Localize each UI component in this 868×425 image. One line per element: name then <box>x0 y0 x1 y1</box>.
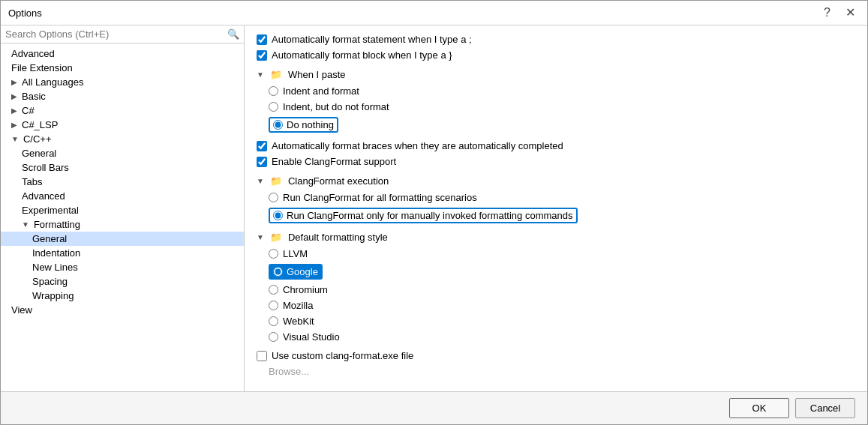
browse-label: Browse... <box>269 366 309 377</box>
google-radio[interactable] <box>273 267 283 277</box>
expand-icon: ▶ <box>11 121 17 129</box>
tree-item-basic[interactable]: ▶ Basic <box>1 89 244 103</box>
auto-format-brace-checkbox[interactable] <box>257 50 267 61</box>
tree-item-file-extension[interactable]: File Extension <box>1 61 244 75</box>
tree-item-newlines[interactable]: New Lines <box>1 260 244 274</box>
title-bar-controls: ? ✕ <box>819 5 860 20</box>
tree: Advanced File Extension ▶ All Languages … <box>1 43 244 391</box>
auto-braces-row: Automatically format braces when they ar… <box>257 138 855 154</box>
expand-icon: ▼ <box>22 220 29 229</box>
auto-format-semi-checkbox[interactable] <box>257 34 267 45</box>
options-dialog: Options ? ✕ 🔍 Advanced File Extension <box>0 0 868 425</box>
auto-format-brace-label: Automatically format block when I type a… <box>272 49 452 61</box>
help-button[interactable]: ? <box>819 5 835 20</box>
tree-item-csharp-lsp[interactable]: ▶ C#_LSP <box>1 118 244 132</box>
clang-all-label: Run ClangFormat for all formatting scena… <box>283 192 477 203</box>
webkit-row: WebKit <box>257 313 855 329</box>
google-highlight: Google <box>269 264 323 280</box>
enable-clang-checkbox[interactable] <box>257 157 267 167</box>
browse-row: Browse... <box>257 364 855 379</box>
tree-label: General <box>32 233 67 244</box>
default-style-section: ▼ 📁 Default formatting style <box>257 229 855 246</box>
tree-item-tabs[interactable]: Tabs <box>1 175 244 189</box>
do-nothing-highlight: Do nothing <box>269 117 338 133</box>
auto-format-semi-row: Automatically format statement when I ty… <box>257 31 855 47</box>
tree-item-advanced[interactable]: Advanced <box>1 46 244 61</box>
clang-manual-radio[interactable] <box>273 211 283 220</box>
indent-only-label: Indent, but do not format <box>283 101 389 112</box>
llvm-radio[interactable] <box>269 249 278 259</box>
tree-label: C#_LSP <box>22 119 58 130</box>
close-button[interactable]: ✕ <box>841 5 860 20</box>
do-nothing-radio[interactable] <box>273 120 283 130</box>
ok-button[interactable]: OK <box>729 398 789 418</box>
cancel-button[interactable]: Cancel <box>795 398 855 418</box>
clang-manual-highlight: Run ClangFormat only for manually invoke… <box>269 208 578 223</box>
tree-label: Tabs <box>22 176 42 187</box>
auto-braces-label: Automatically format braces when they ar… <box>272 140 563 151</box>
indent-format-radio[interactable] <box>269 86 278 96</box>
tree-item-indentation[interactable]: Indentation <box>1 246 244 260</box>
mozilla-radio[interactable] <box>269 301 278 310</box>
tree-label: New Lines <box>32 262 78 273</box>
tree-item-scrollbars[interactable]: Scroll Bars <box>1 160 244 175</box>
indent-format-label: Indent and format <box>283 85 359 97</box>
custom-clang-checkbox[interactable] <box>257 351 267 361</box>
tree-label: Experimental <box>22 205 79 216</box>
clang-exec-label: ClangFormat execution <box>288 175 389 187</box>
tree-label: C/C++ <box>23 133 52 145</box>
section-collapse-icon: ▼ <box>257 233 264 241</box>
enable-clang-label: Enable ClangFormat support <box>272 156 396 167</box>
mozilla-row: Mozilla <box>257 298 855 313</box>
tree-label: File Extension <box>11 62 73 73</box>
visual-studio-row: Visual Studio <box>257 329 855 345</box>
llvm-row: LLVM <box>257 246 855 262</box>
expand-icon: ▶ <box>11 78 17 86</box>
webkit-label: WebKit <box>283 316 314 327</box>
tree-label: Advanced <box>22 190 65 202</box>
enable-clang-row: Enable ClangFormat support <box>257 154 855 169</box>
search-input[interactable] <box>5 28 224 40</box>
tree-item-cpp-advanced[interactable]: Advanced <box>1 189 244 203</box>
custom-clang-row: Use custom clang-format.exe file <box>257 348 855 364</box>
title-bar-left: Options <box>8 7 42 19</box>
search-box: 🔍 <box>1 25 244 43</box>
folder-icon: 📁 <box>270 69 282 80</box>
tree-item-cpp[interactable]: ▼ C/C++ <box>1 132 244 146</box>
visual-studio-label: Visual Studio <box>283 331 340 343</box>
clang-exec-section: ▼ 📁 ClangFormat execution <box>257 172 855 190</box>
right-panel: Automatically format statement when I ty… <box>245 25 867 391</box>
tree-label: View <box>11 304 32 316</box>
indent-only-radio[interactable] <box>269 102 278 112</box>
webkit-radio[interactable] <box>269 316 278 326</box>
clang-all-radio[interactable] <box>269 193 278 202</box>
tree-item-wrapping[interactable]: Wrapping <box>1 289 244 303</box>
tree-item-all-languages[interactable]: ▶ All Languages <box>1 75 244 89</box>
tree-item-cpp-general[interactable]: General <box>1 146 244 160</box>
tree-item-fmt-general[interactable]: General <box>1 232 244 246</box>
default-style-label: Default formatting style <box>288 232 388 243</box>
search-icon: 🔍 <box>227 28 239 40</box>
tree-label: Scroll Bars <box>22 162 69 173</box>
section-collapse-icon: ▼ <box>257 177 264 185</box>
tree-item-spacing[interactable]: Spacing <box>1 274 244 289</box>
tree-label: Wrapping <box>32 290 74 301</box>
when-paste-section: ▼ 📁 When I paste <box>257 66 855 83</box>
left-panel: 🔍 Advanced File Extension ▶ All Language… <box>1 25 245 391</box>
custom-clang-label: Use custom clang-format.exe file <box>272 350 413 361</box>
tree-item-formatting[interactable]: ▼ Formatting <box>1 217 244 232</box>
expand-icon: ▼ <box>11 135 19 143</box>
auto-format-semi-label: Automatically format statement when I ty… <box>272 34 472 45</box>
chromium-radio[interactable] <box>269 285 278 295</box>
clang-manual-label: Run ClangFormat only for manually invoke… <box>287 210 573 221</box>
tree-item-experimental[interactable]: Experimental <box>1 203 244 217</box>
auto-braces-checkbox[interactable] <box>257 141 267 151</box>
visual-studio-radio[interactable] <box>269 332 278 342</box>
mozilla-label: Mozilla <box>283 300 313 311</box>
tree-item-csharp[interactable]: ▶ C# <box>1 103 244 118</box>
tree-item-view[interactable]: View <box>1 303 244 317</box>
section-collapse-icon: ▼ <box>257 70 264 79</box>
tree-label: Indentation <box>32 247 80 259</box>
chromium-row: Chromium <box>257 282 855 298</box>
clang-all-row: Run ClangFormat for all formatting scena… <box>257 190 855 205</box>
